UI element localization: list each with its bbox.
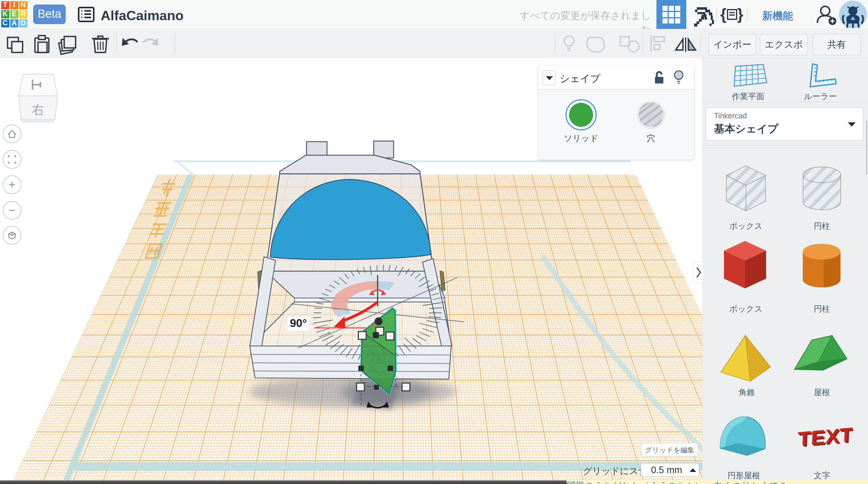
svg-text:E: E [12, 10, 17, 18]
svg-text:D: D [21, 19, 26, 27]
svg-text:I: I [13, 1, 16, 9]
svg-text:右: 右 [32, 103, 44, 116]
svg-text:}: } [737, 6, 743, 23]
svg-text:90°: 90° [290, 317, 307, 329]
svg-text:R: R [21, 10, 26, 18]
svg-text:K: K [2, 10, 8, 18]
svg-text:C: C [2, 19, 7, 27]
svg-text:T: T [3, 1, 7, 9]
svg-text:{: { [720, 6, 726, 23]
svg-text:N: N [21, 1, 26, 9]
svg-text:A: A [11, 19, 17, 27]
